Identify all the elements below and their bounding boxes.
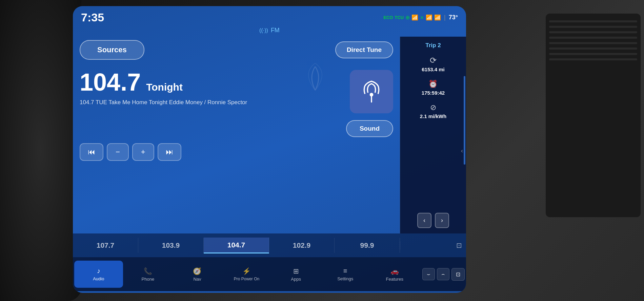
copy-action-button[interactable]: ⊡: [451, 268, 465, 281]
nav-phone[interactable]: 📞 Phone: [124, 261, 173, 288]
fm-radio-icon: ((·)): [259, 27, 268, 34]
preset-102[interactable]: 102.9: [269, 238, 335, 253]
bottom-nav: ♪ Audio 📞 Phone 🧭 Nav ⚡ Pro Power On ⊞ A…: [73, 257, 466, 291]
rewind-button[interactable]: ⏮: [80, 143, 103, 161]
settings-icon: ≡: [343, 267, 347, 275]
tcu-icon: TCU: [395, 15, 404, 20]
main-screen: 7:35 ECO TCU ⊕ 📶 ✕ 📶 📶 | 73° ((·)) FM So…: [73, 6, 466, 293]
fm-label: ((·)) FM: [73, 26, 466, 37]
trip-efficiency: ⊘ 2.1 mi/kWh: [420, 103, 446, 119]
nav-nav[interactable]: 🧭 Nav: [173, 261, 222, 288]
sound-button[interactable]: Sound: [346, 120, 393, 137]
fast-forward-button[interactable]: ⏭: [158, 143, 181, 161]
preset-107[interactable]: 107.7: [73, 238, 138, 253]
eco-icon: ECO: [383, 15, 393, 20]
preset-103[interactable]: 103.9: [138, 238, 204, 253]
playback-controls: ⏮ − + ⏭: [80, 143, 393, 161]
clock: 7:35: [81, 11, 104, 24]
features-label: Features: [386, 277, 403, 282]
trip-prev-button[interactable]: ‹: [417, 213, 431, 228]
features-icon: 🚗: [390, 267, 399, 275]
wifi-icon: 📶: [411, 14, 418, 21]
apps-icon: ⊞: [293, 267, 299, 275]
trip-nav-buttons: ‹ ›: [417, 213, 449, 228]
radio-icon-box: [350, 70, 393, 113]
fm-text: FM: [271, 27, 280, 34]
station-frequency: 104.7: [80, 70, 141, 94]
audio-icon: ♪: [97, 267, 100, 275]
sound-wave-decoration: [291, 63, 339, 119]
station-name: Tonight: [146, 81, 183, 93]
preset-bar: 107.7 103.9 104.7 102.9 99.9 ⊡: [73, 233, 466, 257]
circle-icon: ⊕: [405, 14, 410, 21]
direct-tune-button[interactable]: Direct Tune: [335, 41, 393, 58]
odometer-icon: ⟳: [430, 56, 437, 65]
time-value: 175:59:42: [422, 90, 445, 96]
preset-104-active[interactable]: 104.7: [204, 238, 269, 253]
station-info: 104.7 Tonight 104.7 TUE Take Me Home Ton…: [80, 70, 247, 107]
wave-up-button[interactable]: ⌢: [437, 268, 449, 280]
propower-icon: ⚡: [242, 267, 251, 275]
copy-icon: ⊡: [456, 241, 462, 249]
trip-title: Trip 2: [425, 42, 441, 49]
nav-icon: 🧭: [193, 267, 201, 275]
trip-scrollbar[interactable]: [464, 76, 465, 165]
minus-button[interactable]: −: [107, 143, 129, 161]
phone-label: Phone: [142, 277, 155, 282]
trip-next-button[interactable]: ›: [435, 213, 449, 228]
status-bar: 7:35 ECO TCU ⊕ 📶 ✕ 📶 📶 | 73°: [73, 6, 466, 26]
audio-panel: Sources Direct Tune 104.7: [73, 37, 400, 233]
plus-button[interactable]: +: [132, 143, 154, 161]
signal2-icon: 📶: [434, 14, 441, 21]
collapse-arrow[interactable]: ‹: [461, 147, 463, 154]
signal-icon: 📶: [426, 14, 432, 21]
x-icon: ✕: [420, 15, 424, 20]
nav-audio[interactable]: ♪ Audio: [74, 261, 123, 288]
trip-panel: Trip 2 ⟳ 6153.4 mi ⏰ 175:59:42 ⊘ 2.1 mi/…: [400, 37, 466, 233]
apps-label: Apps: [291, 277, 301, 282]
efficiency-icon: ⊘: [430, 103, 436, 112]
odometer-value: 6153.4 mi: [422, 67, 445, 72]
status-icons-area: ECO TCU ⊕ 📶 ✕ 📶 📶 | 73°: [383, 14, 458, 21]
audio-label: Audio: [93, 276, 104, 281]
efficiency-value: 2.1 mi/kWh: [420, 113, 446, 119]
trip-time: ⏰ 175:59:42: [422, 80, 445, 96]
nav-settings[interactable]: ≡ Settings: [321, 261, 370, 288]
time-icon: ⏰: [428, 80, 438, 89]
wave-down-button[interactable]: ⌣: [422, 268, 435, 280]
trip-odometer: ⟳ 6153.4 mi: [422, 56, 445, 72]
divider: |: [444, 14, 446, 21]
nav-apps[interactable]: ⊞ Apps: [271, 261, 320, 288]
song-info: 104.7 TUE Take Me Home Tonight Eddie Mon…: [80, 98, 247, 107]
settings-label: Settings: [337, 276, 353, 281]
preset-99[interactable]: 99.9: [335, 238, 400, 253]
temperature-display: 73°: [449, 14, 458, 21]
nav-label: Nav: [193, 277, 201, 282]
propower-label: Pro Power On: [234, 277, 259, 281]
nav-propower[interactable]: ⚡ Pro Power On: [222, 261, 271, 288]
sources-button[interactable]: Sources: [80, 40, 144, 60]
nav-features[interactable]: 🚗 Features: [370, 261, 419, 288]
radio-broadcast-icon: [359, 79, 384, 104]
phone-icon: 📞: [144, 267, 152, 275]
